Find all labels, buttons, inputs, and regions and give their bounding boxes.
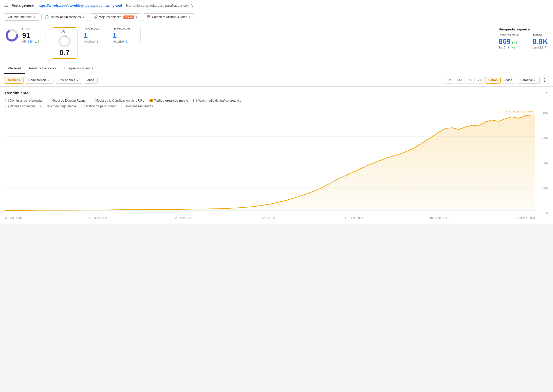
checkbox-paginas-organicas-input[interactable]	[5, 105, 9, 108]
backlinks-label: Backlinks	[84, 27, 97, 31]
domref-label: Dominios ref.	[113, 27, 131, 31]
semanal-chevron: ▼	[534, 79, 536, 82]
x-label-1: 3-9 jun. 2019	[5, 216, 22, 219]
calendar-icon: 📅	[146, 15, 151, 19]
top-bar: ☰ Vista general: https://ahrefs.com/es/w…	[0, 0, 553, 11]
checkbox-dom-ref-input[interactable]	[5, 99, 9, 102]
competencia-btn[interactable]: Competencia ▼	[25, 77, 54, 84]
metricas-btn[interactable]: Métricas	[4, 77, 23, 84]
top3-change: +1	[512, 46, 515, 49]
section-header: Rendimiento ∧	[5, 91, 548, 95]
keywords-info-icon[interactable]: ⓘ	[520, 33, 522, 37]
chart-y-labels: 10K 7.5K 5K 2.5K 0	[538, 111, 548, 219]
checkbox-media-url[interactable]: Media de la Clasificación de la URL	[91, 99, 144, 102]
page-url-link[interactable]: https://ahrefs.com/es/writing-tools/para…	[38, 4, 122, 7]
keywords-value: 869	[499, 38, 511, 45]
checkboxes-row-1: Dominios de referencia Media de Domain R…	[5, 99, 548, 102]
checkbox-trafico-pago2[interactable]: Tráfico de pago medio	[81, 104, 116, 108]
checkbox-trafico-organico[interactable]: Tráfico orgánico medio	[149, 99, 188, 102]
semanal-label: Semanal	[520, 78, 533, 82]
domref-block: Dominios ref. ⓘ 1 Histórico 1	[113, 27, 141, 43]
x-label-5: 4-10 abr. 2022	[345, 216, 363, 219]
y-label-5k: 5K	[538, 161, 548, 164]
chart-svg	[5, 111, 535, 213]
y-label-75k: 7.5K	[538, 136, 548, 139]
anios-btn[interactable]: Años	[84, 77, 98, 84]
checkbox-valor-organico-input[interactable]	[193, 99, 197, 102]
time-todos[interactable]: Todos	[501, 77, 515, 84]
link-icon: 🔗	[93, 15, 98, 19]
domref-value: 1	[113, 32, 134, 39]
ar-label: AR	[22, 40, 26, 43]
checkbox-valor-organico-label: Valor medio del tráfico orgánico	[198, 99, 241, 102]
changes-dropdown[interactable]: 📅 Cambios: Últimos 30 días ▼	[143, 13, 194, 21]
tab-organic[interactable]: Búsqueda orgánica	[60, 63, 97, 74]
volume-chevron: ▼	[33, 16, 36, 19]
competencia-label: Competencia	[28, 78, 47, 82]
checkbox-media-url-input[interactable]	[91, 99, 94, 102]
chart-svg-area	[5, 111, 535, 213]
time-1a[interactable]: 1A	[465, 77, 475, 84]
more-options-btn[interactable]: ⋮	[540, 77, 549, 84]
time-5a[interactable]: 5 años	[485, 77, 501, 84]
menu-icon[interactable]: ☰	[4, 3, 8, 8]
keywords-block: Palabras clave ⓘ 869 +42 Top 3 34 +1	[499, 33, 522, 49]
section-title: Rendimiento	[5, 91, 29, 95]
volume-dropdown[interactable]: Volumen mensual ▼	[4, 13, 39, 21]
chart-x-labels: 3-9 jun. 2019 17-23 feb. 2020 2-8 nov. 2…	[5, 216, 535, 219]
checkbox-dom-ref-label: Dominios de referencia	[10, 99, 42, 102]
toolbar: Volumen mensual ▼ 🌐 Todas las ubicacione…	[0, 11, 553, 23]
backlinks-info-icon[interactable]: ⓘ	[97, 27, 100, 31]
ur-info-icon[interactable]: ⓘ	[66, 30, 68, 34]
checkbox-dom-ref[interactable]: Dominios de referencia	[5, 99, 42, 102]
y-label-0: 0	[538, 211, 548, 214]
y-label-10k: 10K	[538, 111, 548, 114]
top3-value: 34	[507, 46, 510, 49]
checkbox-trafico-pago1[interactable]: Tráfico de pago medio	[41, 104, 76, 108]
checkbox-valor-organico[interactable]: Valor medio del tráfico orgánico	[193, 99, 241, 102]
links-dropdown[interactable]: 🔗 Mejores enlaces Nuevo ▼	[90, 13, 141, 21]
time-2a[interactable]: 2A	[475, 77, 485, 84]
location-label: Todas las ubicaciones	[50, 15, 81, 19]
backlinks-hist-value: 1	[97, 40, 98, 43]
traffic-block: Tráfico ⓘ 8.8K Valor $244	[533, 33, 548, 49]
semanal-btn[interactable]: Semanal ▼	[517, 77, 540, 84]
checkbox-paginas-rastreadas[interactable]: Páginas rastreadas	[122, 104, 153, 108]
checkbox-paginas-organicas-label: Páginas orgánicas	[10, 104, 35, 108]
tabs-bar: General Perfil de backlinks Búsqueda org…	[0, 63, 553, 74]
location-chevron: ▼	[82, 16, 85, 19]
domref-historic: Histórico 1	[113, 40, 134, 43]
checkbox-paginas-rastreadas-input[interactable]	[122, 105, 125, 108]
ubicaciones-btn[interactable]: Ubicaciones ▼	[55, 77, 82, 84]
ar-change: ▲3	[35, 40, 39, 43]
checkbox-trafico-pago2-input[interactable]	[81, 105, 84, 108]
collapse-btn[interactable]: ∧	[545, 91, 548, 95]
page-title-prefix: Vista general:	[12, 3, 36, 7]
tab-general[interactable]: General	[4, 63, 25, 74]
location-dropdown[interactable]: 🌐 Todas las ubicaciones ▼	[41, 13, 88, 21]
checkbox-media-dr-input[interactable]	[47, 99, 50, 102]
checkbox-trafico-pago2-label: Tráfico de pago medio	[86, 104, 116, 108]
sub-toolbar: Métricas Competencia ▼ Ubicaciones ▼ Año…	[0, 74, 553, 87]
dr-chart	[5, 29, 19, 42]
traffic-info-icon[interactable]: ⓘ	[543, 33, 545, 37]
checkbox-paginas-organicas[interactable]: Páginas orgánicas	[5, 104, 35, 108]
time-1m[interactable]: 1M	[444, 77, 454, 84]
checkbox-media-dr[interactable]: Media de Domain Rating	[47, 99, 85, 102]
traffic-label: Tráfico	[533, 33, 542, 37]
checkbox-trafico-organico-input[interactable]	[149, 99, 153, 102]
ar-sub: AR 858 ▲3	[22, 40, 39, 43]
tab-backlinks[interactable]: Perfil de backlinks	[25, 63, 60, 74]
anios-label: Años	[87, 78, 94, 82]
time-6m[interactable]: 6M	[455, 77, 465, 84]
domref-info-icon[interactable]: ⓘ	[132, 27, 134, 31]
metrics-panel: DR ⓘ 91 AR 858 ▲3 UR ⓘ	[0, 23, 553, 63]
dr-info-icon[interactable]: ⓘ	[27, 27, 30, 31]
dr-block: DR ⓘ 91 AR 858 ▲3	[5, 27, 45, 43]
checkbox-trafico-pago1-input[interactable]	[41, 105, 44, 108]
x-label-6: 19-25 dic. 2022	[430, 216, 449, 219]
backlinks-value: 1	[84, 32, 100, 39]
competencia-chevron: ▼	[48, 79, 50, 82]
chart-section: Rendimiento ∧ Dominios de referencia Med…	[0, 87, 553, 224]
changes-chevron: ▼	[188, 16, 191, 19]
